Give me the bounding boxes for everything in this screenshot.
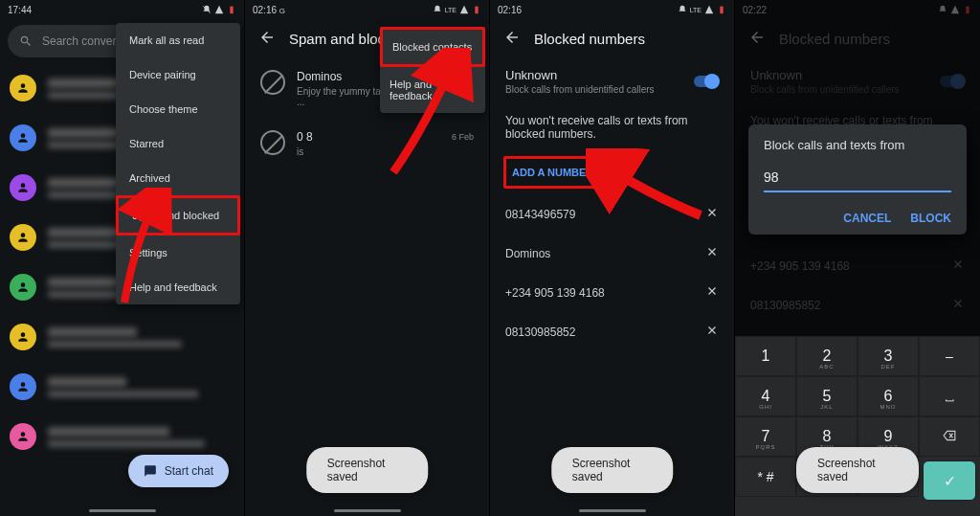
avatar (10, 373, 36, 400)
keypad-key[interactable]: ⎵ (919, 376, 980, 416)
keypad-key[interactable]: 4GHI (735, 376, 796, 416)
red-arrow (586, 148, 710, 235)
avatar (10, 124, 36, 151)
blocked-number: 08130985852 (505, 325, 575, 339)
bell-off-icon (678, 5, 687, 14)
blocked-row: Dominos (490, 234, 734, 273)
unknown-title: Unknown (505, 68, 655, 82)
blocked-number: 08143496579 (505, 208, 575, 221)
svg-rect-3 (720, 7, 723, 14)
unknown-toggle-row: Unknown Block calls from unidentified ca… (490, 58, 734, 104)
avatar (10, 423, 36, 450)
blocked-number: Dominos (505, 247, 550, 260)
blocked-row: +234 905 139 4168 (490, 273, 734, 312)
toast: Screenshot saved (551, 447, 674, 493)
unknown-toggle[interactable] (694, 76, 719, 87)
keypad-key[interactable]: – (919, 336, 980, 376)
header: Blocked numbers (490, 19, 734, 58)
avatar (10, 75, 36, 101)
keypad-key[interactable]: 6MNO (858, 376, 919, 416)
menu-item[interactable]: Choose theme (116, 92, 240, 126)
red-arrow (105, 188, 172, 312)
chat-icon (144, 464, 157, 478)
battery-icon (717, 5, 726, 14)
status-icons (202, 5, 236, 14)
menu-item[interactable]: Mark all as read (116, 23, 240, 57)
status-icons: LTE (433, 5, 481, 14)
back-button[interactable] (258, 29, 276, 49)
keypad-key[interactable] (919, 416, 980, 457)
dialog-title: Block calls and texts from (764, 138, 951, 152)
avatar (10, 324, 36, 350)
status-bar: 02:16 LTE (490, 0, 734, 19)
nav-bar (245, 505, 489, 516)
toast: Screenshot saved (306, 447, 429, 493)
phone-input[interactable]: 98 (764, 169, 951, 192)
svg-rect-1 (230, 7, 233, 14)
battery-icon (227, 5, 236, 14)
keypad-key[interactable]: 3DEF (858, 336, 919, 376)
status-bar: 17:44 (0, 0, 244, 19)
status-bar: 02:16 G LTE (245, 0, 489, 19)
avatar (10, 174, 36, 201)
search-icon (19, 34, 33, 48)
menu-item[interactable]: Device pairing (116, 57, 240, 92)
panel-conversations: 17:44 Search conversatio Mark all as rea… (0, 0, 245, 516)
clock: 02:16 G (253, 5, 285, 15)
status-icons: LTE (678, 5, 726, 14)
red-arrow (379, 48, 475, 182)
remove-button[interactable] (705, 324, 719, 340)
start-chat-button[interactable]: Start chat (128, 455, 229, 487)
blocked-row: 08130985852 (490, 312, 734, 351)
unknown-subtitle: Block calls from unidentified callers (505, 84, 655, 95)
back-button[interactable] (503, 29, 521, 49)
svg-rect-2 (475, 7, 478, 14)
conversation-item[interactable] (10, 362, 234, 412)
bell-off-icon (433, 5, 442, 14)
remove-button[interactable] (705, 284, 719, 301)
keypad-key[interactable]: 2ABC (796, 336, 858, 376)
panel-spam-blocked: 02:16 G LTE Spam and block DominosEnjoy … (245, 0, 490, 516)
block-button[interactable]: BLOCK (910, 212, 951, 225)
battery-icon (472, 5, 481, 14)
keypad-key[interactable]: 5JKL (796, 376, 858, 416)
bell-off-icon (202, 5, 212, 14)
avatar (10, 274, 36, 301)
avatar (10, 224, 36, 251)
toast: Screenshot saved (796, 447, 919, 493)
block-dialog: Block calls and texts from 98 CANCEL BLO… (748, 124, 967, 235)
clock: 02:16 (498, 5, 522, 15)
page-title: Blocked numbers (534, 31, 645, 47)
panel-add-number-dialog: 02:22 Blocked numbers Unknown Block call… (735, 0, 980, 516)
nav-bar (0, 505, 244, 516)
block-icon (260, 130, 285, 155)
keypad-key[interactable]: * # (735, 457, 796, 497)
conversation-item[interactable] (10, 312, 234, 362)
cancel-button[interactable]: CANCEL (843, 212, 891, 225)
signal-icon (704, 5, 714, 14)
keypad-key[interactable]: 1 (735, 336, 796, 376)
clock: 17:44 (8, 5, 32, 15)
remove-button[interactable] (705, 245, 719, 261)
signal-icon (459, 5, 469, 14)
panel-blocked-numbers: 02:16 LTE Blocked numbers Unknown Block … (490, 0, 735, 516)
signal-icon (214, 5, 224, 14)
start-chat-label: Start chat (165, 464, 213, 478)
blocked-description: You won't receive calls or texts from bl… (490, 104, 734, 150)
confirm-key[interactable]: ✓ (923, 460, 976, 501)
blocked-number: +234 905 139 4168 (505, 286, 605, 300)
nav-bar (490, 505, 734, 516)
block-icon (260, 70, 285, 95)
page-title: Spam and block (289, 31, 392, 47)
keypad-key[interactable]: 7PQRS (735, 416, 796, 457)
menu-item[interactable]: Starred (116, 126, 240, 161)
